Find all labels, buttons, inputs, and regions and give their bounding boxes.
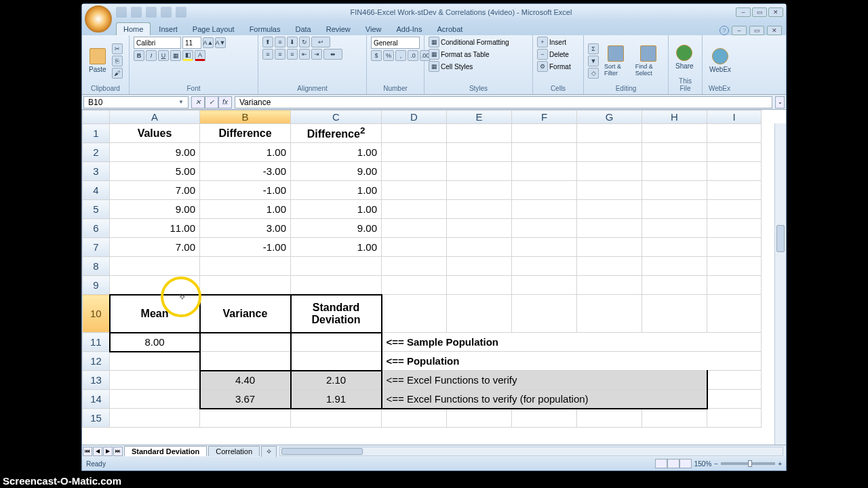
col-header-b[interactable]: B (200, 110, 291, 124)
row-header[interactable]: 3 (83, 162, 110, 181)
cell[interactable]: 3.00 (200, 219, 291, 238)
fill-icon[interactable]: ▼ (588, 56, 599, 66)
cell[interactable]: 4.40 (200, 371, 291, 390)
border-icon[interactable]: ▦ (170, 50, 181, 61)
col-header-f[interactable]: F (512, 110, 577, 124)
copy-icon[interactable]: ⎘ (112, 56, 123, 66)
col-header-g[interactable]: G (577, 110, 642, 124)
align-bottom-icon[interactable]: ⬇ (287, 37, 298, 47)
font-size-input[interactable] (182, 37, 201, 49)
page-layout-view-button[interactable] (667, 459, 679, 468)
close-button[interactable]: ✕ (768, 7, 783, 17)
number-format-dropdown[interactable] (371, 37, 420, 49)
cell[interactable]: 7.00 (110, 181, 200, 200)
percent-icon[interactable]: % (383, 50, 394, 61)
tab-page-layout[interactable]: Page Layout (186, 23, 241, 35)
row-header[interactable]: 12 (83, 352, 110, 371)
name-box[interactable]: B10▼ (83, 96, 189, 108)
vertical-scrollbar[interactable] (774, 123, 786, 445)
new-sheet-button[interactable]: ✧ (261, 446, 277, 457)
zoom-slider[interactable] (721, 462, 775, 465)
row-header[interactable]: 15 (83, 409, 110, 428)
formula-bar[interactable]: Variance (235, 96, 772, 108)
cell[interactable]: 1.00 (291, 238, 382, 257)
fill-color-icon[interactable]: ◧ (182, 50, 193, 61)
cell[interactable]: Difference (200, 124, 291, 143)
cell[interactable] (200, 333, 291, 352)
delete-cells-button[interactable]: −Delete (537, 49, 569, 60)
shrink-font-icon[interactable]: A▼ (215, 37, 226, 48)
row-header[interactable]: 9 (83, 276, 110, 295)
cell[interactable]: 1.00 (291, 143, 382, 162)
align-right-icon[interactable]: ≡ (287, 49, 298, 60)
cell[interactable]: 5.00 (110, 162, 200, 181)
row-header[interactable]: 2 (83, 143, 110, 162)
next-sheet-button[interactable]: ▶ (103, 447, 113, 456)
cell[interactable]: 1.00 (200, 143, 291, 162)
cell[interactable]: Standard Deviation (291, 295, 382, 333)
cell[interactable]: 7.00 (110, 238, 200, 257)
align-middle-icon[interactable]: ≡ (275, 37, 285, 47)
minimize-button[interactable]: – (736, 7, 751, 17)
orientation-icon[interactable]: ↻ (299, 37, 310, 47)
undo-icon[interactable] (131, 7, 142, 18)
maximize-button[interactable]: ▭ (752, 7, 767, 17)
cell[interactable]: 9.00 (110, 143, 200, 162)
prev-sheet-button[interactable]: ◀ (93, 447, 102, 456)
merge-center-button[interactable]: ⬌ (323, 49, 342, 60)
cell[interactable]: -1.00 (200, 181, 291, 200)
save-icon[interactable] (116, 7, 127, 18)
active-cell[interactable]: Variance (200, 295, 291, 333)
cell[interactable]: 1.00 (200, 200, 291, 219)
sheet-tab[interactable]: Standard Deviation (124, 446, 207, 456)
cell[interactable]: -3.00 (200, 162, 291, 181)
tab-acrobat[interactable]: Acrobat (430, 23, 469, 35)
doc-minimize-button[interactable]: – (732, 26, 747, 35)
first-sheet-button[interactable]: ⏮ (83, 447, 92, 456)
cell[interactable]: 1.00 (291, 200, 382, 219)
cell[interactable]: 11.00 (110, 219, 200, 238)
font-color-icon[interactable]: A (195, 50, 205, 61)
increase-indent-icon[interactable]: ⇥ (311, 49, 322, 60)
tab-data[interactable]: Data (288, 23, 317, 35)
normal-view-button[interactable] (655, 459, 667, 468)
redo-icon[interactable] (146, 7, 157, 18)
row-header[interactable]: 13 (83, 371, 110, 390)
conditional-formatting-button[interactable]: ▦Conditional Formatting (429, 37, 509, 47)
cell[interactable]: <== Population (382, 352, 762, 371)
cell[interactable]: 1.91 (291, 390, 382, 409)
cell[interactable]: Values (110, 124, 200, 143)
row-header[interactable]: 4 (83, 181, 110, 200)
scrollbar-thumb[interactable] (281, 448, 363, 455)
zoom-in-button[interactable]: + (778, 460, 782, 468)
format-as-table-button[interactable]: ▦Format as Table (429, 49, 490, 60)
cell[interactable]: 1.00 (291, 181, 382, 200)
row-header[interactable]: 1 (83, 124, 110, 143)
zoom-level[interactable]: 150% (694, 460, 712, 468)
font-name-input[interactable] (134, 37, 181, 49)
doc-restore-button[interactable]: ▭ (749, 26, 764, 35)
select-all-corner[interactable] (83, 110, 110, 124)
webex-button[interactable]: WebEx (707, 47, 734, 75)
row-header[interactable]: 10 (83, 295, 110, 333)
cut-icon[interactable]: ✂ (112, 43, 123, 54)
cell[interactable]: 3.67 (200, 390, 291, 409)
page-break-view-button[interactable] (679, 459, 692, 468)
clear-icon[interactable]: ◇ (588, 68, 599, 79)
cell[interactable]: 9.00 (291, 162, 382, 181)
expand-formula-bar[interactable]: ⌄ (775, 96, 785, 108)
col-header-h[interactable]: H (642, 110, 707, 124)
paste-button[interactable]: Paste (86, 47, 109, 75)
decrease-indent-icon[interactable]: ⇤ (299, 49, 310, 60)
zoom-out-button[interactable]: − (714, 460, 718, 468)
cell[interactable]: <== Excel Functions to verify (for popul… (382, 390, 707, 409)
col-header-d[interactable]: D (382, 110, 447, 124)
cell[interactable]: -1.00 (200, 238, 291, 257)
col-header-a[interactable]: A (110, 110, 200, 124)
horizontal-scrollbar[interactable] (279, 447, 783, 456)
row-header[interactable]: 5 (83, 200, 110, 219)
enter-formula-icon[interactable]: ✓ (205, 96, 218, 108)
row-header[interactable]: 7 (83, 238, 110, 257)
cell[interactable] (200, 352, 291, 371)
help-icon[interactable]: ? (719, 26, 729, 35)
